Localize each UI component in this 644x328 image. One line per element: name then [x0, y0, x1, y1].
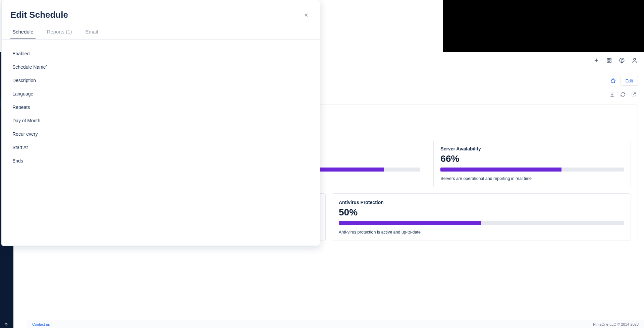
card-antivirus-protection: Antivirus Protection 50% Anti-virus prot…	[332, 193, 631, 241]
svg-rect-7	[607, 61, 609, 63]
card-subtext: Servers are operational and reporting in…	[440, 176, 624, 181]
modal-body: Enabled Schedule Name Description Langua…	[2, 40, 320, 175]
svg-point-11	[634, 58, 636, 60]
card-value: 50%	[339, 207, 624, 218]
background-black-block	[443, 0, 644, 52]
field-language[interactable]: Language	[4, 87, 318, 101]
field-repeats[interactable]: Repeats	[4, 101, 318, 114]
modal-tabs: Schedule Reports (1) Email	[2, 26, 320, 40]
card-server-availability: Server Availability 66% Servers are oper…	[433, 140, 631, 187]
card-value: 66%	[440, 153, 624, 164]
field-recur-every[interactable]: Recur every	[4, 127, 318, 141]
download-icon[interactable]	[608, 90, 616, 99]
progress-bar-fill	[440, 168, 561, 172]
field-start-at[interactable]: Start At	[4, 141, 318, 154]
tab-schedule[interactable]: Schedule	[10, 26, 36, 39]
progress-bar-fill	[339, 221, 481, 225]
field-description[interactable]: Description	[4, 74, 318, 87]
card-title: Antivirus Protection	[339, 200, 624, 205]
field-schedule-name[interactable]: Schedule Name	[4, 60, 318, 74]
add-button-icon[interactable]	[592, 56, 601, 65]
field-enabled[interactable]: Enabled	[4, 47, 318, 60]
modal-title-row: Edit Schedule	[2, 0, 320, 26]
refresh-icon[interactable]	[619, 90, 627, 99]
progress-bar	[440, 168, 624, 172]
profile-icon[interactable]	[630, 56, 639, 65]
edit-schedule-modal: Edit Schedule Schedule Reports (1) Email…	[1, 0, 320, 246]
field-day-of-month[interactable]: Day of Month	[4, 114, 318, 127]
modal-title: Edit Schedule	[10, 10, 68, 20]
field-ends[interactable]: Ends	[4, 154, 318, 168]
svg-rect-8	[610, 61, 611, 63]
svg-rect-5	[607, 58, 609, 60]
copyright-text: NinjaOne LLC © 2014-2023	[593, 322, 639, 326]
nav-expand-toggle[interactable]	[0, 320, 13, 328]
contact-us-link[interactable]: Contact us	[32, 322, 50, 326]
card-subtext: Anti-virus protection is active and up-t…	[339, 230, 624, 235]
edit-button[interactable]: Edit	[621, 76, 638, 86]
tab-reports[interactable]: Reports (1)	[45, 26, 74, 39]
svg-rect-6	[610, 58, 611, 60]
open-external-icon[interactable]	[629, 90, 638, 99]
progress-bar	[339, 221, 624, 225]
help-icon[interactable]	[617, 56, 627, 65]
card-title: Server Availability	[440, 146, 624, 151]
apps-grid-icon[interactable]	[604, 56, 614, 65]
svg-point-10	[622, 61, 622, 62]
tab-email[interactable]: Email	[84, 26, 100, 39]
favorite-star-button[interactable]	[608, 76, 618, 85]
close-icon[interactable]	[302, 10, 311, 20]
page-footer: Contact us NinjaOne LLC © 2014-2023	[27, 320, 644, 328]
